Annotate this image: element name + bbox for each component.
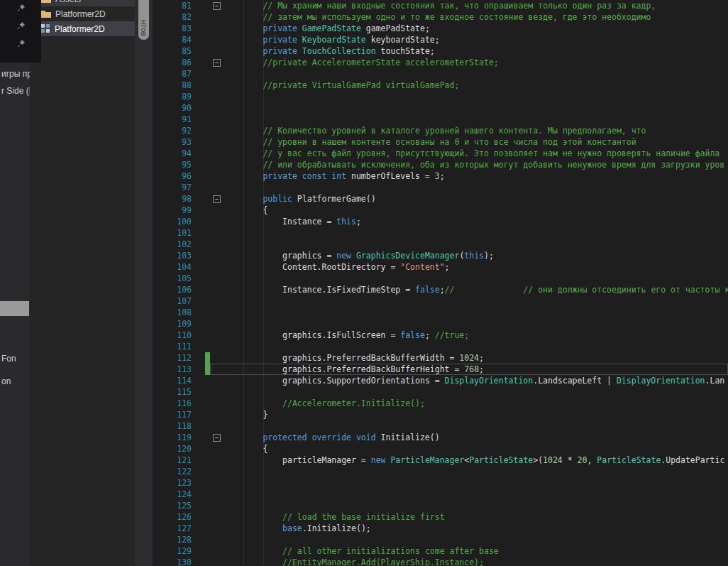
code-line[interactable]: 126 // load the base initialize first [153,511,728,523]
code-line[interactable]: 121 particleManager = new ParticleManage… [153,455,728,466]
code-line[interactable]: 118 [153,420,728,432]
fold-margin [210,216,224,227]
change-tracking-bar [205,45,210,57]
code-line[interactable]: 129 // all other initializations come af… [153,545,728,557]
code-line[interactable]: 85 private TouchCollection touchState; [153,45,728,57]
change-tracking-bar [205,273,210,284]
code-line[interactable]: 102 [153,239,728,250]
code-text: // у вас есть файл уровня, присутствующи… [224,148,728,159]
code-line[interactable]: 123 [153,477,728,489]
pin-icon[interactable] [17,38,26,46]
line-number: 97 [153,182,192,193]
code-line[interactable]: 122 [153,466,728,477]
fold-collapse-icon[interactable]: − [213,59,221,67]
code-line[interactable]: 113 graphics.PreferredBackBufferHeight =… [153,364,728,375]
rail-item-clipped[interactable]: игры пр [1,69,30,79]
code-line[interactable]: 99 { [153,205,728,216]
code-line[interactable]: 88 //private VirtualGamePad virtualGameP… [153,80,728,91]
code-line[interactable]: 104 Content.RootDirectory = "Content"; [153,261,728,273]
code-line[interactable]: 109 [153,318,728,330]
code-line[interactable]: 101 [153,227,728,239]
code-line[interactable]: 81− // Мы храним наши входные состояния … [153,0,728,11]
code-text [224,227,728,239]
code-line[interactable]: 130 //EntityManager.Add(PlayerShip.Insta… [153,557,728,566]
code-text: graphics = new GraphicsDeviceManager(thi… [224,250,728,261]
code-line[interactable]: 83 private GamePadState gamePadState; [153,23,728,34]
line-number: 85 [153,45,192,57]
line-number: 113 [153,364,192,375]
code-text [224,500,728,511]
fold-margin [210,375,224,386]
code-text: private const int numberOfLevels = 3; [224,170,728,182]
code-line[interactable]: 116 //Accelerometer.Initialize(); [153,398,728,409]
code-line[interactable]: 89 [153,91,728,102]
rail-item-clipped[interactable]: r Side (M [1,86,30,96]
code-line[interactable]: 120 { [153,443,728,455]
code-line[interactable]: 94 // у вас есть файл уровня, присутству… [153,148,728,159]
line-number: 130 [153,557,192,566]
change-tracking-bar [205,227,210,239]
fold-margin [210,477,224,489]
collapsed-tool-window-tab[interactable]: нтов [138,0,149,40]
code-line[interactable]: 128 [153,534,728,545]
fold-margin [210,23,224,34]
code-line[interactable]: 91 [153,114,728,125]
pin-icon[interactable] [17,2,26,11]
change-tracking-bar [205,307,210,318]
rail-item-clipped[interactable]: Fon [1,354,16,364]
code-line[interactable]: 114 graphics.SupportedOrientations = Dis… [153,375,728,386]
code-text [224,489,728,500]
code-line[interactable]: 106 Instance.IsFixedTimeStep = false;// … [153,284,728,295]
code-line[interactable]: 111 [153,341,728,352]
code-line[interactable]: 84 private KeyboardState keyboardState; [153,34,728,45]
code-line[interactable]: 124 [153,489,728,500]
code-line[interactable]: 97 [153,182,728,193]
explorer-item-platformer2d-project[interactable]: Platformer2D [30,21,135,36]
code-line[interactable]: 107 [153,295,728,307]
fold-margin [210,170,224,182]
line-number: 122 [153,466,192,477]
code-line[interactable]: 92 // Количество уровней в каталоге уров… [153,125,728,136]
code-text: Content.RootDirectory = "Content"; [224,261,728,273]
fold-margin: − [210,0,224,11]
fold-margin [210,330,224,341]
fold-collapse-icon[interactable]: − [213,434,221,442]
code-line[interactable]: 105 [153,273,728,284]
code-line[interactable]: 112 graphics.PreferredBackBufferWidth = … [153,352,728,364]
change-tracking-bar [205,398,210,409]
fold-collapse-icon[interactable]: − [213,2,221,10]
code-line[interactable]: 117 } [153,409,728,420]
code-line[interactable]: 96 private const int numberOfLevels = 3; [153,170,728,182]
fold-collapse-icon[interactable]: − [213,195,221,203]
code-editor[interactable]: 81− // Мы храним наши входные состояния … [153,0,728,566]
explorer-item-assets[interactable]: Assets [30,0,135,6]
code-text: //private AccelerometerState acceleromet… [224,57,728,68]
code-line[interactable]: 86− //private AccelerometerState acceler… [153,57,728,68]
code-text: base.Initialize(); [224,523,728,534]
code-text: //Accelerometer.Initialize(); [224,398,728,409]
code-line[interactable]: 90 [153,102,728,114]
code-line[interactable]: 87 [153,68,728,80]
pin-icon[interactable] [17,20,26,28]
change-tracking-bar [205,91,210,102]
code-line[interactable]: 82 // затем мы используем одно и то же в… [153,11,728,23]
code-line[interactable]: 127 base.Initialize(); [153,523,728,534]
explorer-item-platformer2d-folder[interactable]: Platformer2D [30,6,135,21]
collapsed-tab-label: нтов [140,20,148,36]
line-number: 94 [153,148,192,159]
code-line[interactable]: 93 // уровни в нашем контенте основаны н… [153,136,728,148]
fold-margin [210,341,224,352]
code-line[interactable]: 115 [153,386,728,398]
code-line[interactable]: 98− public PlatformerGame() [153,193,728,205]
rail-item-clipped[interactable]: on [1,376,11,386]
code-line[interactable]: 110 graphics.IsFullScreen = false; //tru… [153,330,728,341]
line-number: 89 [153,91,192,102]
rail-selected-item-bar[interactable] [0,301,29,316]
code-line[interactable]: 119− protected override void Initialize(… [153,432,728,443]
line-number: 124 [153,489,192,500]
code-line[interactable]: 108 [153,307,728,318]
code-line[interactable]: 100 Instance = this; [153,216,728,227]
code-line[interactable]: 125 [153,500,728,511]
code-line[interactable]: 95 // или обрабатывать исключения, оба и… [153,159,728,170]
code-line[interactable]: 103 graphics = new GraphicsDeviceManager… [153,250,728,261]
